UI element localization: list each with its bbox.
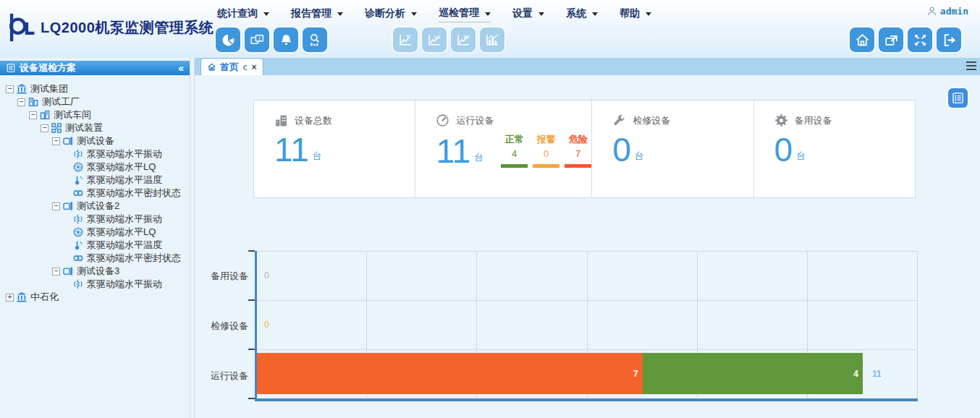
tree-node[interactable]: +中石化: [1, 291, 190, 304]
tree-node[interactable]: −测试工厂: [1, 95, 190, 108]
temp-trend-icon: ℃: [398, 33, 413, 48]
monitor-wall-button[interactable]: !: [245, 27, 269, 52]
nav-item-6[interactable]: 帮助: [620, 7, 651, 22]
sidebar-header: 设备巡检方案 «: [0, 61, 190, 75]
tree-node[interactable]: 泵驱动端水平LQ: [1, 161, 190, 174]
stat-card-unit: 台: [474, 151, 483, 164]
collapse-node-icon[interactable]: −: [52, 202, 60, 210]
axis-tick: [248, 250, 255, 252]
chart-row-检修设备: 0: [257, 300, 918, 349]
svg-text:℃: ℃: [405, 34, 410, 38]
stat-card-0: 设备总数11台: [254, 101, 415, 197]
tree-node[interactable]: 泵驱动端水平温度: [1, 239, 190, 252]
collapse-node-icon[interactable]: −: [29, 111, 37, 119]
device-icon: [63, 201, 73, 211]
temp-trend-button[interactable]: ℃: [393, 27, 418, 52]
sidebar-title: 设备巡检方案: [20, 61, 76, 74]
sidebar-splitter[interactable]: [190, 58, 195, 418]
fullscreen-button[interactable]: [908, 27, 932, 52]
unit-icon: [51, 123, 62, 133]
chevron-down-icon: [485, 12, 491, 16]
nav-item-5[interactable]: 系统: [566, 7, 598, 22]
tab-home[interactable]: 首页 c ×: [200, 58, 263, 75]
tab-refresh-icon[interactable]: c: [242, 62, 248, 72]
alarm-bell-button[interactable]: [274, 27, 298, 52]
collapse-node-icon[interactable]: −: [17, 98, 25, 106]
user-icon: [926, 6, 937, 17]
home-button[interactable]: [850, 27, 874, 52]
tree-node-label: 中石化: [30, 291, 59, 304]
tree-node[interactable]: −测试装置: [1, 121, 190, 135]
tree-node[interactable]: 泵驱动端水平振动: [1, 278, 190, 291]
tree-node[interactable]: 泵驱动端水平振动: [1, 213, 190, 226]
logout-button[interactable]: [937, 27, 961, 52]
plan-list-icon: [6, 63, 16, 73]
nav-item-3[interactable]: 巡检管理: [439, 7, 491, 22]
chevron-down-icon: [411, 12, 417, 16]
tree-node[interactable]: 泵驱动端水平密封状态: [1, 252, 190, 265]
tab-overflow-menu-icon[interactable]: [966, 61, 976, 72]
nav-item-label: 诊断分析: [365, 7, 405, 20]
fullscreen-icon: [913, 33, 928, 48]
username: admin: [940, 6, 968, 17]
chart-category-label: 检修设备: [204, 301, 255, 351]
tree-node[interactable]: −测试车间: [1, 108, 190, 121]
tree-node-label: 泵驱动端水平LQ: [87, 226, 156, 239]
chart-row-备用设备: 0: [257, 251, 918, 300]
lq-trend-button[interactable]: LQ: [422, 27, 447, 52]
stat-card-unit: 台: [635, 150, 644, 163]
tree-node[interactable]: −测试设备: [1, 135, 190, 148]
user-info[interactable]: admin: [926, 6, 968, 17]
temperature-icon: [73, 175, 83, 185]
axis-tick: [248, 398, 255, 399]
chart-category-label: 运行设备: [204, 351, 255, 401]
collapse-node-icon[interactable]: −: [52, 137, 60, 145]
nav-item-2[interactable]: 诊断分析: [365, 7, 417, 22]
chevron-down-icon: [263, 12, 269, 16]
stacked-bar: 74: [257, 353, 918, 394]
tree-node[interactable]: 泵驱动端水平温度: [1, 174, 190, 187]
tree-node[interactable]: 泵驱动端水平LQ: [1, 226, 190, 239]
tree-node[interactable]: −测试设备2: [1, 200, 190, 213]
toolbar-main: !: [216, 27, 327, 52]
workshop-icon: [40, 110, 50, 120]
tree-node-label: 泵驱动端水平LQ: [87, 161, 156, 174]
status-label: 正常: [501, 133, 528, 146]
tree-node[interactable]: −测试设备3: [1, 265, 190, 278]
stat-card-value-row: 0台: [612, 133, 753, 166]
tree-node[interactable]: 泵驱动端水平密封状态: [1, 187, 190, 200]
pie-chart-button[interactable]: [216, 27, 240, 52]
svg-text:!: !: [258, 35, 260, 40]
seal-icon: [73, 188, 83, 198]
collapse-node-icon[interactable]: −: [52, 268, 60, 276]
histogram-button[interactable]: [480, 27, 504, 52]
tree-node-label: 泵驱动端水平温度: [87, 239, 162, 252]
search-stats-button[interactable]: [303, 27, 327, 52]
list-view-toggle-button[interactable]: [948, 88, 968, 108]
axis-tick: [248, 299, 255, 301]
tree-node-label: 泵驱动端水平密封状态: [87, 187, 181, 200]
nav-item-0[interactable]: 统计查询: [217, 7, 269, 22]
tree-node[interactable]: −测试集团: [1, 82, 190, 95]
tree-node-label: 测试集团: [30, 82, 68, 95]
vibration-icon: [73, 149, 83, 159]
sidebar-collapse-icon[interactable]: «: [178, 63, 184, 73]
tree-node[interactable]: 泵驱动端水平振动: [1, 148, 190, 161]
nav-item-4[interactable]: 设置: [512, 7, 544, 22]
device-icon: [63, 136, 73, 146]
tree-node-label: 泵驱动端水平振动: [87, 213, 162, 226]
tab-close-icon[interactable]: ×: [251, 62, 257, 72]
nav-item-label: 设置: [512, 7, 533, 20]
app-title: LQ2000机泵监测管理系统: [41, 18, 214, 38]
new-window-button[interactable]: [879, 27, 903, 52]
new-window-icon: [884, 33, 899, 48]
expand-node-icon[interactable]: +: [6, 294, 14, 302]
vib-trend-button[interactable]: VIB: [451, 27, 476, 52]
collapse-node-icon[interactable]: −: [6, 85, 14, 93]
lq-trend-icon: LQ: [427, 33, 442, 48]
stat-card-value: 0: [612, 133, 631, 166]
chart-category-label: 备用设备: [204, 251, 255, 301]
app-window: LQ2000机泵监测管理系统 统计查询报告管理诊断分析巡检管理设置系统帮助 ad…: [0, 0, 980, 418]
nav-item-1[interactable]: 报告管理: [291, 7, 343, 22]
collapse-node-icon[interactable]: −: [41, 124, 48, 132]
